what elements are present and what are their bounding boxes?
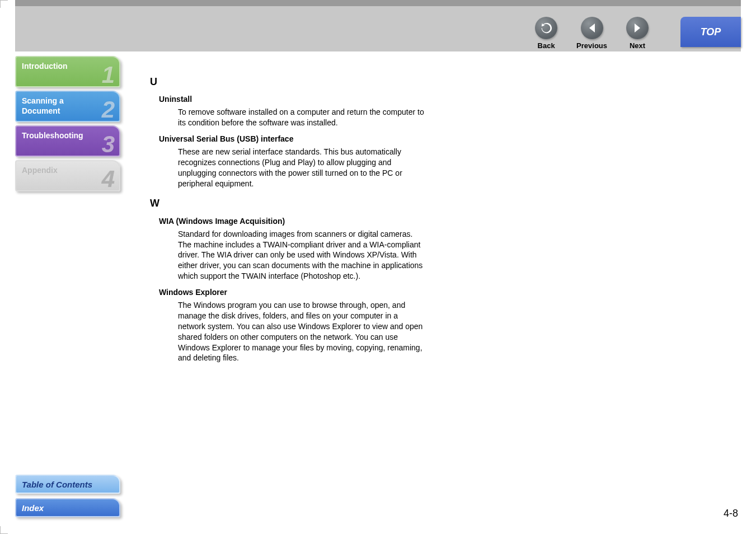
- index-label: Index: [22, 503, 44, 513]
- crop-mark-bottom-left: [0, 526, 8, 534]
- def-uninstall: To remove software installed on a comput…: [178, 107, 425, 128]
- top-button[interactable]: TOP: [680, 17, 741, 47]
- sidebar: Introduction 1 Scanning a Document 2 Tro…: [15, 56, 120, 195]
- chapter-number: 3: [102, 130, 115, 160]
- chapter-title: Appendix: [22, 166, 58, 175]
- chapter-tab-appendix[interactable]: Appendix 4: [15, 160, 120, 191]
- chapter-number: 1: [102, 60, 115, 90]
- term-windows-explorer: Windows Explorer: [159, 287, 425, 298]
- letter-heading-u: U: [150, 75, 425, 88]
- def-wia: Standard for downloading images from sca…: [178, 229, 425, 282]
- previous-button[interactable]: Previous: [576, 17, 607, 50]
- chapter-tab-troubleshooting[interactable]: Troubleshooting 3: [15, 125, 120, 157]
- header-bar: Back Previous Next TOP: [15, 0, 741, 51]
- term-usb: Universal Serial Bus (USB) interface: [159, 134, 425, 144]
- index-link[interactable]: Index: [15, 498, 120, 517]
- def-windows-explorer: The Windows program you can use to brows…: [178, 300, 425, 363]
- next-icon: [626, 17, 649, 39]
- nav-controls: Back Previous Next: [535, 17, 649, 50]
- page-number: 4-8: [724, 508, 738, 519]
- letter-heading-w: W: [150, 196, 425, 210]
- toc-label: Table of Contents: [22, 480, 92, 489]
- back-button[interactable]: Back: [535, 17, 557, 50]
- next-label: Next: [630, 41, 645, 50]
- table-of-contents-link[interactable]: Table of Contents: [15, 475, 120, 494]
- bottom-links: Table of Contents Index: [15, 475, 120, 522]
- chapter-title: Scanning a Document: [22, 96, 64, 115]
- chapter-number: 4: [102, 165, 115, 194]
- previous-icon: [581, 17, 603, 39]
- crop-mark-top-left: [0, 0, 8, 8]
- back-icon: [535, 17, 557, 39]
- glossary-content: U Uninstall To remove software installed…: [145, 67, 425, 369]
- term-wia: WIA (Windows Image Acquisition): [159, 216, 425, 227]
- chapter-title: Introduction: [22, 62, 68, 71]
- previous-label: Previous: [576, 41, 607, 50]
- back-label: Back: [538, 41, 555, 50]
- top-label: TOP: [701, 26, 721, 38]
- chapter-title: Troubleshooting: [22, 131, 83, 140]
- chapter-tab-introduction[interactable]: Introduction 1: [15, 56, 120, 87]
- next-button[interactable]: Next: [626, 17, 649, 50]
- chapter-number: 2: [102, 95, 115, 125]
- term-uninstall: Uninstall: [159, 94, 425, 105]
- chapter-tab-scanning[interactable]: Scanning a Document 2: [15, 91, 120, 122]
- def-usb: These are new serial interface standards…: [178, 147, 425, 189]
